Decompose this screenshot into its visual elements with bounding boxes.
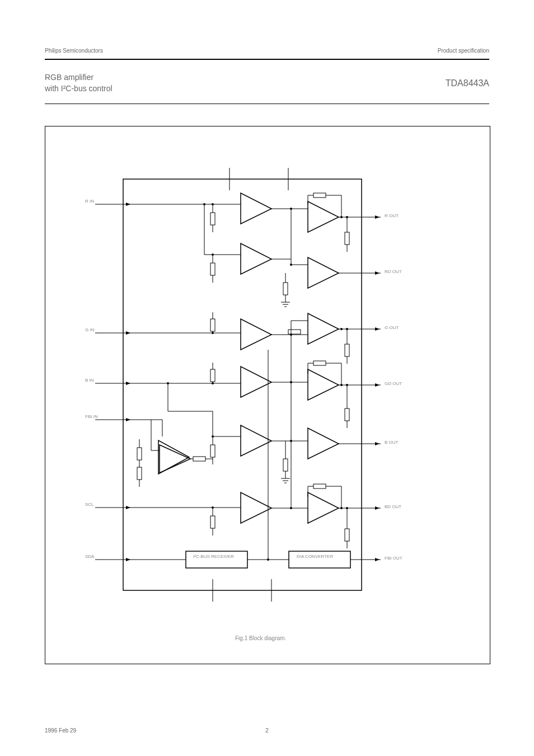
footer-date: 1996 Feb 29 — [45, 727, 76, 734]
footer-page: 2 — [265, 727, 269, 734]
svg-marker-24 — [375, 215, 380, 219]
pin-label-gd-out: GD OUT — [385, 381, 402, 386]
svg-rect-140 — [313, 484, 326, 489]
svg-marker-40 — [375, 271, 380, 275]
svg-marker-132 — [308, 492, 339, 523]
svg-point-54 — [212, 332, 214, 334]
svg-marker-10 — [241, 193, 271, 224]
pin-label-scl: SCL — [85, 502, 94, 507]
svg-marker-129 — [241, 492, 271, 523]
svg-marker-62 — [375, 327, 380, 331]
pin-label-b-out: B OUT — [385, 440, 398, 445]
svg-marker-36 — [308, 257, 339, 288]
header-doctype: Product specification — [438, 48, 489, 54]
svg-rect-72 — [210, 369, 215, 382]
pin-label-r-in: R IN — [85, 199, 94, 204]
svg-rect-80 — [313, 361, 326, 365]
svg-rect-25 — [345, 232, 349, 245]
svg-marker-71 — [126, 382, 130, 385]
svg-point-151 — [167, 382, 169, 384]
block-diagram-svg — [45, 126, 489, 663]
svg-rect-17 — [313, 193, 326, 198]
svg-marker-114 — [308, 428, 339, 459]
svg-rect-135 — [345, 529, 349, 541]
svg-point-23 — [340, 216, 343, 218]
svg-rect-125 — [210, 516, 215, 528]
svg-rect-68 — [288, 330, 301, 334]
svg-rect-99 — [137, 448, 142, 460]
pin-label-b-in: B IN — [85, 378, 94, 383]
svg-rect-0 — [123, 179, 362, 590]
svg-rect-51 — [210, 319, 215, 331]
title-sub: with I²C-bus control — [45, 84, 113, 93]
svg-marker-111 — [241, 425, 271, 456]
svg-rect-41 — [283, 283, 288, 295]
pin-label-g-in: G IN — [85, 327, 94, 332]
block-label-i2c: I²C-BUS RECEIVER — [193, 554, 234, 559]
svg-marker-55 — [241, 319, 271, 350]
svg-rect-104 — [193, 457, 205, 461]
pin-label-r-out: R OUT — [385, 213, 399, 218]
svg-marker-93 — [126, 418, 130, 421]
svg-point-28 — [346, 216, 348, 218]
svg-marker-159 — [375, 558, 380, 561]
svg-point-91 — [346, 384, 348, 386]
header-rule-top — [45, 59, 489, 60]
svg-marker-124 — [126, 506, 130, 509]
pin-label-g-out: G OUT — [385, 325, 399, 330]
svg-marker-57 — [308, 313, 339, 344]
svg-marker-87 — [375, 383, 380, 387]
svg-point-12 — [212, 203, 214, 205]
svg-point-48 — [203, 203, 205, 205]
svg-marker-14 — [308, 201, 339, 232]
title-main: RGB amplifier — [45, 73, 93, 82]
svg-rect-117 — [283, 459, 288, 471]
header-rule-bottom — [45, 104, 489, 104]
pin-label-fbi-in: FBI IN — [85, 414, 98, 419]
svg-marker-134 — [375, 506, 380, 510]
svg-rect-88 — [345, 408, 349, 421]
svg-point-152 — [212, 435, 214, 438]
svg-rect-108 — [210, 445, 215, 457]
svg-rect-100 — [137, 467, 142, 480]
figure-caption: Fig.1 Block diagram. — [235, 635, 286, 641]
svg-marker-50 — [126, 331, 130, 335]
svg-marker-116 — [375, 442, 380, 445]
pin-label-rd-out: RD OUT — [385, 269, 402, 274]
part-number: TDA8443A — [446, 78, 489, 88]
svg-point-128 — [212, 506, 214, 509]
svg-marker-76 — [241, 367, 271, 397]
pin-label-fbi-out: FBI OUT — [385, 556, 402, 561]
block-label-dac: D/A CONVERTER — [297, 554, 333, 559]
svg-rect-30 — [210, 263, 215, 275]
svg-marker-34 — [241, 243, 271, 274]
svg-point-75 — [212, 382, 214, 384]
svg-marker-79 — [308, 369, 339, 400]
svg-rect-64 — [345, 344, 349, 356]
svg-rect-7 — [210, 213, 215, 225]
svg-marker-95 — [158, 440, 189, 474]
svg-point-67 — [346, 328, 348, 330]
header-company: Philips Semiconductors — [45, 48, 103, 54]
svg-marker-6 — [126, 203, 130, 206]
svg-point-86 — [340, 384, 343, 386]
pin-label-sda: SDA — [85, 554, 94, 559]
pin-label-bd-out: BD OUT — [385, 504, 401, 509]
svg-marker-154 — [126, 558, 130, 561]
svg-point-63 — [340, 328, 343, 330]
svg-point-138 — [346, 507, 348, 509]
